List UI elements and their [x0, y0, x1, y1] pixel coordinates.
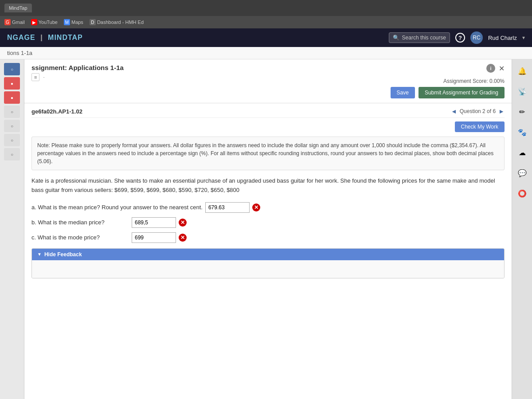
bookmark-gmail[interactable]: G Gmail — [4, 19, 25, 25]
feedback-content — [32, 260, 504, 278]
question-sidebar: ○ ● ● ○ ○ ○ ○ — [0, 59, 24, 399]
main-content: ssignment: Applications 1-1a ≡ · i ✕ Ass… — [24, 59, 512, 399]
assignment-info: ssignment: Applications 1-1a ≡ · — [31, 64, 124, 81]
youtube-label: YouTube — [39, 20, 58, 25]
close-icon[interactable]: ✕ — [499, 64, 505, 73]
toolbar-icon-1[interactable]: ≡ — [31, 73, 39, 81]
assignment-title: ssignment: Applications 1-1a — [31, 64, 124, 71]
sidebar-feed-icon[interactable]: 📡 — [515, 84, 529, 98]
user-name: Rud Charlz — [488, 35, 517, 41]
save-button[interactable]: Save — [391, 87, 415, 98]
feedback-triangle-icon: ▼ — [37, 252, 42, 257]
breadcrumb: tions 1-1a — [7, 50, 32, 56]
maps-label: Maps — [71, 20, 83, 25]
answer-label-a: a. What is the mean price? Round your an… — [31, 204, 203, 211]
nav-right: 🔍 Search this course ? RC Rud Charlz ▾ — [389, 31, 525, 44]
feedback-section: ▼ Hide Feedback — [31, 248, 505, 278]
search-bar[interactable]: 🔍 Search this course — [389, 32, 450, 43]
note-text: Note: Please make sure to properly forma… — [37, 142, 493, 164]
header-buttons: Save Submit Assignment for Grading — [391, 87, 505, 98]
answer-label-b: b. What is the median price? — [31, 219, 129, 226]
search-label: Search this course — [402, 35, 446, 41]
next-question-button[interactable]: ► — [498, 108, 505, 115]
nav-left: NGAGE | MINDTAP — [7, 34, 83, 42]
toolbar-dot[interactable]: · — [43, 74, 44, 80]
bookmark-dashboard[interactable]: D Dashboard - HMH Ed — [90, 19, 144, 25]
error-icon-b[interactable]: ✕ — [179, 219, 187, 227]
submit-assignment-button[interactable]: Submit Assignment for Grading — [419, 87, 505, 98]
browser-bar: MindTap — [0, 0, 532, 16]
answer-row-b: b. What is the median price? ✕ — [31, 217, 505, 228]
youtube-icon: ▶ — [31, 19, 37, 25]
question-nav-2[interactable]: ● — [4, 77, 20, 90]
sidebar-chat-icon[interactable]: 💬 — [515, 166, 529, 180]
bookmarks-bar: G Gmail ▶ YouTube M Maps D Dashboard - H… — [0, 16, 532, 28]
question-counter: Question 2 of 6 — [460, 108, 496, 114]
answer-label-c: c. What is the mode price? — [31, 234, 129, 241]
question-nav-control: ◄ Question 2 of 6 ► — [451, 108, 505, 115]
question-nav-4[interactable]: ○ — [4, 106, 20, 118]
answer-input-a[interactable] — [205, 202, 250, 213]
info-icon[interactable]: i — [486, 64, 495, 73]
feedback-label: Hide Feedback — [44, 251, 82, 258]
top-navigation: NGAGE | MINDTAP 🔍 Search this course ? R… — [0, 28, 532, 47]
question-nav-7[interactable]: ○ — [4, 148, 20, 160]
error-icon-c[interactable]: ✕ — [179, 234, 187, 242]
bookmark-youtube[interactable]: ▶ YouTube — [31, 19, 58, 25]
answer-row-c: c. What is the mode price? ✕ — [31, 232, 505, 243]
dashboard-icon: D — [90, 19, 96, 25]
help-icon[interactable]: ? — [455, 33, 465, 43]
prev-question-button[interactable]: ◄ — [451, 108, 457, 115]
question-nav-6[interactable]: ○ — [4, 134, 20, 146]
question-text: Kate is a professional musician. She wan… — [31, 176, 505, 195]
header-right: i ✕ Assignment Score: 0.00% Save Submit … — [391, 64, 505, 98]
assignment-score: Assignment Score: 0.00% — [443, 78, 505, 84]
answer-input-b[interactable] — [132, 217, 176, 228]
search-icon: 🔍 — [393, 35, 399, 41]
question-nav-3[interactable]: ● — [4, 91, 20, 104]
sidebar-cloud-icon[interactable]: ☁ — [515, 145, 529, 160]
question-id: ge6fa02h.AP1-1.02 — [31, 108, 82, 115]
note-box: Note: Please make sure to properly forma… — [31, 137, 505, 170]
content-area: ○ ● ● ○ ○ ○ ○ — [0, 59, 532, 399]
sub-navigation: tions 1-1a — [0, 47, 532, 59]
sidebar-circle-icon[interactable]: ⭕ — [515, 186, 529, 200]
check-work-area: Check My Work — [31, 121, 505, 132]
right-sidebar: 🔔 📡 ✏ 🐾 ☁ 💬 ⭕ — [512, 59, 532, 399]
avatar: RC — [470, 31, 483, 44]
sidebar-bell-icon[interactable]: 🔔 — [515, 64, 529, 78]
browser-tab[interactable]: MindTap — [4, 4, 32, 12]
info-close-area: i ✕ — [486, 64, 505, 73]
bookmark-maps[interactable]: M Maps — [64, 19, 83, 25]
assignment-header: ssignment: Applications 1-1a ≡ · i ✕ Ass… — [24, 59, 512, 103]
question-toolbar: ge6fa02h.AP1-1.02 ◄ Question 2 of 6 ► — [31, 108, 505, 118]
question-area: ge6fa02h.AP1-1.02 ◄ Question 2 of 6 ► Ch… — [24, 103, 512, 399]
question-nav-5[interactable]: ○ — [4, 120, 20, 132]
sidebar-edit-icon[interactable]: ✏ — [515, 105, 529, 119]
user-dropdown-icon[interactable]: ▾ — [522, 35, 525, 41]
feedback-toggle-button[interactable]: ▼ Hide Feedback — [32, 249, 504, 260]
dashboard-label: Dashboard - HMH Ed — [97, 20, 144, 25]
gmail-label: Gmail — [12, 20, 25, 25]
error-icon-a[interactable]: ✕ — [252, 203, 260, 211]
gmail-icon: G — [4, 19, 11, 25]
logo-divider: | — [40, 34, 43, 41]
check-my-work-button[interactable]: Check My Work — [455, 121, 505, 132]
sidebar-person-icon[interactable]: 🐾 — [515, 125, 529, 139]
app-logo: NGAGE | MINDTAP — [7, 34, 83, 42]
question-nav-1[interactable]: ○ — [4, 63, 20, 75]
maps-icon: M — [64, 19, 70, 25]
answer-input-c[interactable] — [132, 232, 176, 243]
answer-row-a: a. What is the mean price? Round your an… — [31, 202, 505, 213]
